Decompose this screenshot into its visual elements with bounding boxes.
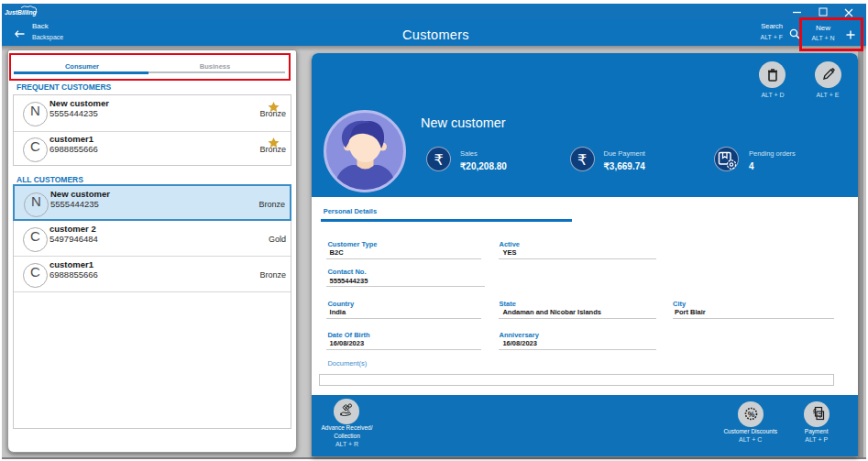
svg-text:%: % — [747, 410, 754, 419]
svg-text:JustBilling: JustBilling — [5, 9, 38, 16]
